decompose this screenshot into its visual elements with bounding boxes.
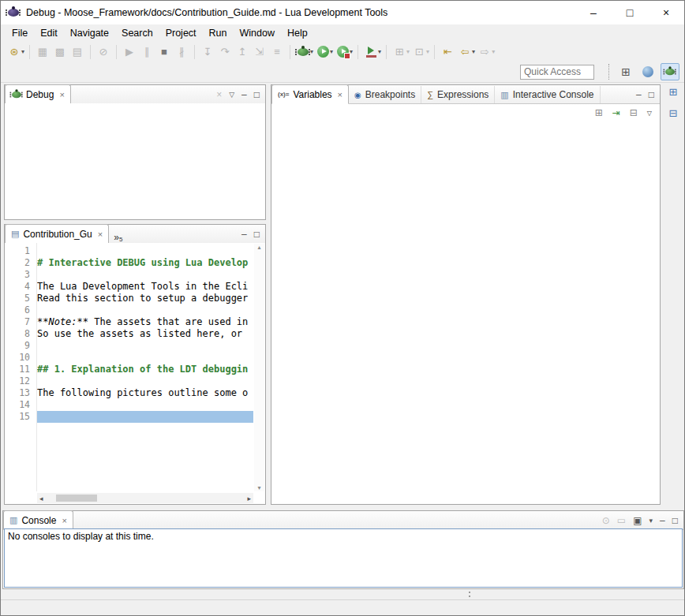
code-text[interactable]: ## 1. Explanation of the LDT debuggin: [37, 364, 253, 375]
menu-search[interactable]: Search: [115, 25, 159, 41]
tab-interactive-console[interactable]: ▥ Interactive Console: [495, 86, 600, 103]
save-icon[interactable]: ▦: [36, 44, 50, 60]
tab-contribution-guide[interactable]: ▤ Contribution_Gu ×: [5, 224, 109, 244]
open-wizard-icon[interactable]: ⊡: [412, 44, 426, 60]
tab-variables[interactable]: (x)= Variables ×: [271, 84, 349, 104]
new-dropdown-icon[interactable]: ▾: [21, 48, 24, 55]
debug-maximize-icon[interactable]: □: [254, 89, 260, 100]
debug-dropdown-icon[interactable]: ▾: [310, 48, 313, 55]
open-console-icon[interactable]: ▣: [633, 515, 642, 526]
code-text[interactable]: [37, 340, 253, 352]
external-tools-dropdown-icon[interactable]: ▾: [378, 48, 381, 55]
editor-tab-close-icon[interactable]: ×: [98, 230, 103, 239]
show-view-icon[interactable]: ⊟: [669, 107, 678, 119]
variables-maximize-icon[interactable]: □: [649, 89, 654, 100]
debug-perspective-button[interactable]: [661, 63, 679, 80]
new-wizard-icon[interactable]: ⊛: [7, 44, 21, 60]
remove-terminated-icon[interactable]: ×: [216, 89, 222, 100]
debug-view-body[interactable]: [5, 103, 265, 219]
terminate-icon[interactable]: ■: [157, 44, 171, 60]
new-project-icon[interactable]: ⊞: [392, 44, 406, 60]
save-all-icon[interactable]: ▩: [53, 44, 67, 60]
open-wizard-dropdown-icon[interactable]: ▾: [426, 48, 429, 55]
debug-minimize-icon[interactable]: –: [241, 89, 247, 100]
run-icon[interactable]: [316, 44, 330, 60]
menu-window[interactable]: Window: [234, 25, 281, 41]
menu-navigate[interactable]: Navigate: [64, 25, 115, 41]
code-text[interactable]: # Interactive DEBUG using Lua Develop: [37, 257, 253, 269]
code-text[interactable]: Read this section to setup a debugger: [37, 293, 253, 304]
skip-all-breakpoints-icon[interactable]: ⊘: [96, 44, 110, 60]
scroll-down-icon[interactable]: ▾: [257, 484, 260, 491]
external-tools-icon[interactable]: [364, 44, 378, 60]
code-text[interactable]: [37, 304, 253, 316]
console-maximize-icon[interactable]: □: [672, 515, 678, 526]
run-dropdown-icon[interactable]: ▾: [330, 48, 333, 55]
menu-edit[interactable]: Edit: [34, 25, 64, 41]
pin-console-icon[interactable]: ⊙: [602, 515, 610, 526]
scroll-left-icon[interactable]: ◂: [39, 495, 43, 502]
disconnect-icon[interactable]: ∦: [174, 44, 189, 60]
debug-icon[interactable]: [296, 44, 310, 60]
debug-view-menu-icon[interactable]: ▽: [229, 91, 234, 99]
step-return-icon[interactable]: ↥: [235, 44, 249, 60]
forward-icon[interactable]: ⇨: [477, 44, 492, 60]
code-text[interactable]: [37, 399, 253, 411]
menu-run[interactable]: Run: [203, 25, 234, 41]
last-edit-location-icon[interactable]: ⇤: [440, 44, 455, 60]
variables-body[interactable]: [271, 121, 660, 504]
tab-debug[interactable]: Debug ×: [5, 84, 71, 104]
menu-file[interactable]: File: [6, 25, 34, 41]
hidden-editors-chooser[interactable]: »5: [109, 230, 127, 243]
menu-help[interactable]: Help: [281, 25, 314, 41]
show-logical-structures-icon[interactable]: ⇥: [612, 107, 620, 118]
horizontal-scrollbar[interactable]: ◂ ▸: [37, 493, 253, 503]
variables-minimize-icon[interactable]: –: [636, 89, 642, 100]
code-text[interactable]: [37, 352, 253, 364]
code-text[interactable]: [37, 245, 253, 257]
back-icon[interactable]: ⇦: [458, 44, 472, 60]
coverage-dropdown-icon[interactable]: ▾: [350, 48, 353, 55]
menu-project[interactable]: Project: [159, 25, 203, 41]
variables-tab-close-icon[interactable]: ×: [338, 90, 342, 99]
restore-views-icon[interactable]: ⊞: [669, 86, 678, 98]
code-text[interactable]: So use the assets as listed here, or: [37, 328, 253, 340]
debug-tab-close-icon[interactable]: ×: [59, 90, 64, 99]
editor-maximize-icon[interactable]: □: [254, 229, 260, 240]
variables-view-menu-icon[interactable]: ▽: [647, 110, 652, 117]
back-dropdown-icon[interactable]: ▾: [472, 48, 475, 55]
open-console-dropdown-icon[interactable]: ▾: [649, 517, 653, 525]
code-text[interactable]: The following pictures outline some o: [37, 387, 253, 399]
coverage-icon[interactable]: [335, 44, 350, 60]
show-type-names-icon[interactable]: ⊞: [595, 107, 603, 118]
ldt-perspective-button[interactable]: [638, 63, 657, 80]
suspend-icon[interactable]: ∥: [140, 44, 154, 60]
code-text[interactable]: **Note:** The assets that are used in: [37, 316, 253, 328]
scroll-up-icon[interactable]: ▴: [257, 244, 260, 251]
console-minimize-icon[interactable]: –: [660, 515, 665, 526]
step-into-icon[interactable]: ↧: [200, 44, 215, 60]
tab-expressions[interactable]: ∑ Expressions: [421, 86, 495, 103]
minimize-button[interactable]: –: [575, 1, 612, 24]
scrollbar-thumb[interactable]: [56, 495, 97, 502]
tab-console[interactable]: ▥ Console ×: [3, 510, 73, 530]
code-text[interactable]: [37, 375, 253, 387]
new-project-dropdown-icon[interactable]: ▾: [406, 48, 410, 55]
code-text[interactable]: [37, 269, 253, 281]
maximize-button[interactable]: □: [612, 1, 648, 24]
editor-body[interactable]: 1 2# Interactive DEBUG using Lua Develop…: [5, 243, 265, 504]
tab-breakpoints[interactable]: ◉ Breakpoints: [349, 86, 421, 103]
console-tab-close-icon[interactable]: ×: [62, 516, 66, 525]
collapse-all-icon[interactable]: ⊟: [630, 107, 638, 118]
step-over-icon[interactable]: ↷: [218, 44, 232, 60]
drop-to-frame-icon[interactable]: ⇲: [253, 44, 267, 60]
console-body[interactable]: No consoles to display at this time.: [4, 528, 683, 588]
code-text[interactable]: The Lua Development Tools in the Ecli: [37, 281, 253, 293]
close-button[interactable]: ×: [648, 1, 684, 24]
display-selected-console-icon[interactable]: ▭: [617, 515, 626, 526]
use-step-filters-icon[interactable]: ≡: [270, 44, 284, 60]
editor-minimize-icon[interactable]: –: [241, 229, 247, 240]
open-perspective-button[interactable]: ⊞: [616, 63, 635, 80]
vertical-scrollbar[interactable]: ▴ ▾: [254, 244, 264, 491]
print-icon[interactable]: ▤: [70, 44, 84, 60]
